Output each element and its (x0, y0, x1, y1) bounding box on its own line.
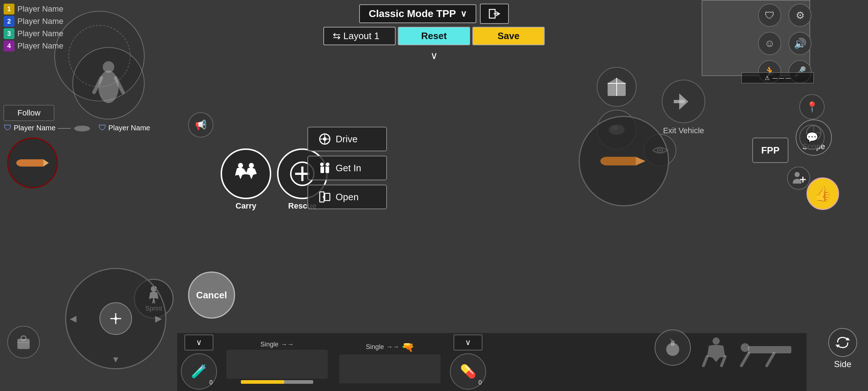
get-in-label: Get In (336, 163, 361, 174)
weapon-1-ammo-fill (241, 380, 284, 384)
ammo-circle-right (579, 116, 669, 206)
side-circle-icon (828, 328, 857, 357)
vehicle-actions: Drive Get In Open (307, 127, 387, 209)
location-button[interactable]: 📍 (799, 94, 825, 119)
svg-rect-25 (326, 167, 329, 173)
side-button[interactable]: Side (828, 328, 857, 369)
exit-vehicle-icon (672, 90, 695, 113)
player-name-1: Player Name (17, 4, 63, 14)
shield-icon-local: 🛡 (4, 123, 12, 133)
get-in-button[interactable]: Get In (307, 156, 387, 180)
like-icon: 👍 (814, 185, 832, 202)
svg-line-58 (722, 357, 725, 366)
svg-rect-27 (325, 193, 330, 201)
svg-point-22 (320, 163, 324, 166)
open-label: Open (336, 192, 359, 203)
dropdown-1[interactable]: ∨ (184, 335, 213, 350)
svg-point-14 (249, 163, 254, 168)
bullet-icon-left (16, 156, 49, 170)
weapon-1-display (226, 350, 328, 379)
crouch-figure (702, 337, 731, 369)
grenade-icon (663, 338, 683, 358)
player-num-1: 1 (4, 4, 14, 14)
joystick-vertical-arrows: ▲ ▼ (66, 269, 165, 368)
audio-button[interactable]: 🔊 (788, 32, 812, 55)
emoji-button[interactable]: ☺ (758, 32, 781, 55)
slot-count-2: 0 (478, 379, 482, 386)
weapon-slot-dropdown-2[interactable]: ∨ 💊 0 (446, 331, 490, 391)
follow-label: Follow (17, 108, 41, 117)
inventory-icon-2: 💊 (460, 364, 476, 379)
inventory-slot-1[interactable]: 🧪 0 (181, 353, 217, 390)
carry-button[interactable] (221, 148, 271, 199)
open-button[interactable]: Open (307, 185, 387, 209)
bullet-icon-right (600, 152, 647, 170)
dropdown-2[interactable]: ∨ (454, 335, 482, 350)
player-prone-icon (73, 124, 91, 131)
weapon-2-arrow: →→ (386, 343, 399, 351)
grenade-button[interactable] (655, 329, 691, 366)
collapse-chevron[interactable]: ∨ (430, 50, 438, 62)
exit-vehicle-label: Exit Vehicle (663, 126, 704, 135)
exit-vehicle-button[interactable] (662, 80, 705, 123)
like-button[interactable]: 👍 (807, 177, 839, 210)
fpp-button[interactable]: FPP (752, 138, 788, 163)
person-add-button[interactable] (787, 167, 810, 190)
svg-rect-60 (748, 346, 791, 353)
player-item-2: 2 Player Name (4, 16, 63, 27)
side-label-text: Side (834, 359, 851, 369)
weapon-2-display (339, 354, 441, 383)
svg-marker-9 (43, 159, 49, 167)
joystick-outer[interactable]: ◀ ▶ ▲ ▼ (65, 268, 166, 369)
get-in-icon (318, 161, 331, 175)
prone-sniper-figure (738, 340, 796, 369)
weapon-2-icon: 🔫 (401, 341, 414, 353)
inventory-slot-2[interactable]: 💊 0 (450, 353, 486, 390)
player-info-bar: 🛡 Player Name —— 🛡 Player Name (4, 123, 150, 133)
joystick-down-arrow: ▼ (111, 354, 120, 365)
player-num-4: 4 (4, 41, 14, 51)
reset-button[interactable]: Reset (398, 27, 470, 45)
warning-icon: ⚠ (765, 75, 770, 81)
svg-rect-35 (674, 100, 685, 103)
follow-button[interactable]: Follow (4, 105, 54, 121)
player-item-3: 3 Player Name (4, 28, 63, 39)
weapon-1-ammo-bar (241, 380, 313, 384)
svg-point-13 (238, 163, 243, 168)
save-button[interactable]: Save (472, 27, 545, 45)
bottom-row: ⇆ Layout 1 Reset Save (323, 27, 545, 45)
weapon-line: —— (58, 124, 71, 132)
svg-point-28 (323, 196, 325, 198)
package-button[interactable] (597, 67, 637, 107)
svg-point-56 (712, 337, 720, 345)
mode-label: Classic Mode TPP (369, 8, 456, 20)
chevron-down-icon: ∨ (460, 9, 467, 19)
bag-button[interactable] (7, 326, 40, 358)
layout-button[interactable]: ⇆ Layout 1 (323, 27, 396, 45)
mode-selector[interactable]: Classic Mode TPP ∨ (359, 4, 476, 23)
svg-rect-39 (607, 157, 636, 165)
fpp-label: FPP (761, 145, 780, 156)
person-add-icon (791, 171, 806, 185)
speaker-button[interactable]: 📢 (188, 112, 213, 138)
exit-button[interactable] (480, 4, 509, 24)
player-circle-2 (72, 47, 145, 119)
rotate-icon (835, 335, 851, 350)
inventory-icon-1: 🧪 (191, 364, 207, 379)
exit-icon (488, 7, 501, 20)
shield-button[interactable]: 🛡 (758, 4, 781, 27)
save-label: Save (498, 30, 520, 41)
joystick-area[interactable]: ◀ ▶ ▲ ▼ (65, 268, 166, 369)
teammate-player-name: Player Name (109, 124, 150, 132)
exit-vehicle-area: Exit Vehicle (662, 80, 705, 135)
cancel-button[interactable]: Cancel (188, 272, 235, 319)
svg-rect-8 (22, 159, 43, 167)
chat-button[interactable]: 💬 (799, 125, 825, 150)
drive-label: Drive (336, 134, 358, 145)
settings-button[interactable]: ⚙ (788, 4, 812, 27)
svg-rect-54 (671, 341, 675, 346)
drive-button[interactable]: Drive (307, 127, 387, 151)
player-name-2: Player Name (17, 17, 63, 26)
player-num-2: 2 (4, 16, 14, 27)
weapon-slot-dropdown-1[interactable]: ∨ 🧪 0 (177, 331, 221, 391)
